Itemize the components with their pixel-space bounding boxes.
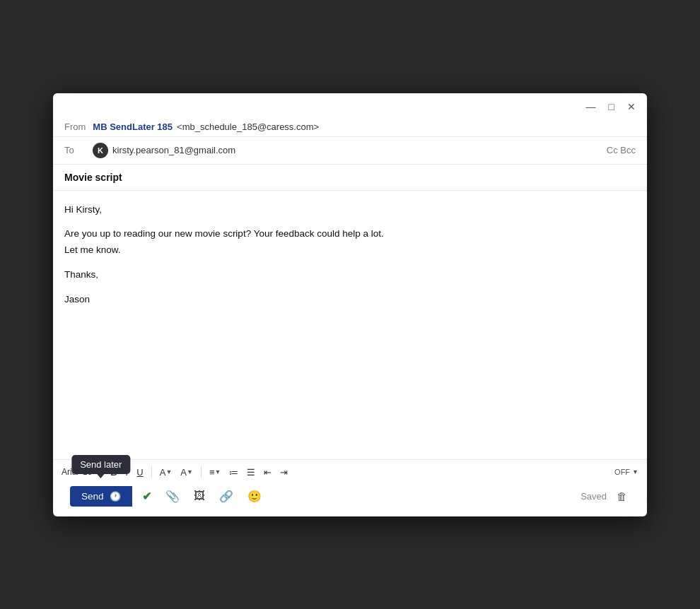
font-size-caret: ▼ bbox=[93, 468, 100, 475]
action-bar: Send 🕐 Send later ✔ 📎 🖼 bbox=[62, 483, 638, 514]
highlight-label: A bbox=[180, 468, 187, 477]
align-button[interactable]: ≡ ▼ bbox=[206, 466, 225, 479]
image-icon: 🖼 bbox=[194, 490, 205, 502]
window-controls: — □ ✕ bbox=[585, 100, 637, 113]
font-color-caret: ▼ bbox=[165, 469, 172, 475]
indent-decrease-button[interactable]: ⇤ bbox=[260, 466, 275, 479]
link-button[interactable]: 🔗 bbox=[215, 487, 238, 506]
highlight-caret: ▼ bbox=[187, 469, 193, 475]
avatar: K bbox=[93, 143, 108, 158]
separator-1 bbox=[151, 466, 152, 478]
font-color-button[interactable]: A ▼ bbox=[156, 466, 176, 479]
indent-decrease-icon: ⇤ bbox=[264, 468, 272, 477]
recipient-chip[interactable]: K kirsty.pearson_81@gmail.com bbox=[93, 143, 235, 158]
compose-window: — □ ✕ From MB SendLater 185 <mb_schedule… bbox=[53, 93, 647, 516]
ordered-list-button[interactable]: ≔ bbox=[226, 466, 242, 479]
ordered-list-icon: ≔ bbox=[229, 468, 238, 477]
attachment-button[interactable]: 📎 bbox=[161, 487, 184, 506]
saved-status: Saved 🗑 bbox=[581, 489, 630, 504]
unordered-list-button[interactable]: ☰ bbox=[243, 466, 259, 479]
send-button[interactable]: Send 🕐 bbox=[70, 486, 132, 507]
recipient-email: kirsty.pearson_81@gmail.com bbox=[112, 145, 235, 155]
highlight-color-button[interactable]: A ▼ bbox=[177, 466, 197, 479]
email-body[interactable]: Hi Kirsty, Are you up to reading our new… bbox=[53, 191, 647, 459]
font-size-select[interactable]: 10 ▼ bbox=[83, 467, 100, 477]
sender-name: MB SendLater 185 bbox=[93, 122, 173, 132]
to-row: To K kirsty.pearson_81@gmail.com Cc Bcc bbox=[53, 137, 647, 165]
body-signature: Jason bbox=[64, 292, 636, 308]
indent-increase-button[interactable]: ⇥ bbox=[276, 466, 291, 479]
italic-button[interactable]: I bbox=[122, 466, 132, 479]
from-row: From MB SendLater 185 <mb_schedule_185@c… bbox=[53, 117, 647, 137]
emoji-icon: 🙂 bbox=[247, 490, 262, 503]
align-icon: ≡ bbox=[209, 468, 215, 477]
from-label: From bbox=[64, 122, 86, 132]
saved-text: Saved bbox=[581, 491, 607, 502]
delete-button[interactable]: 🗑 bbox=[614, 489, 630, 504]
maximize-button[interactable]: □ bbox=[607, 100, 616, 113]
check-button[interactable]: ✔ bbox=[138, 487, 156, 506]
format-toolbar: Arial 10 ▼ B I U A ▼ A ▼ ≡ ▼ bbox=[62, 466, 638, 483]
sender-email: <mb_schedule_185@caress.com> bbox=[177, 122, 319, 132]
off-label: OFF bbox=[614, 468, 630, 476]
image-button[interactable]: 🖼 bbox=[189, 487, 209, 505]
font-color-label: A bbox=[160, 468, 166, 477]
attachment-icon: 📎 bbox=[165, 490, 180, 503]
off-badge[interactable]: OFF ▼ bbox=[614, 468, 638, 476]
close-button[interactable]: ✕ bbox=[626, 100, 637, 113]
emoji-button[interactable]: 🙂 bbox=[243, 487, 266, 506]
indent-increase-icon: ⇥ bbox=[280, 468, 288, 477]
send-label: Send bbox=[81, 491, 104, 502]
send-button-group: Send 🕐 Send later bbox=[70, 486, 132, 507]
underline-button[interactable]: U bbox=[133, 466, 146, 479]
font-name-label: Arial bbox=[62, 467, 78, 477]
minimize-button[interactable]: — bbox=[585, 100, 597, 113]
cc-bcc-button[interactable]: Cc Bcc bbox=[607, 145, 636, 155]
toolbar-area: Arial 10 ▼ B I U A ▼ A ▼ ≡ ▼ bbox=[53, 459, 647, 516]
link-icon: 🔗 bbox=[219, 490, 233, 503]
off-caret: ▼ bbox=[632, 468, 638, 475]
unordered-list-icon: ☰ bbox=[247, 468, 255, 477]
check-icon: ✔ bbox=[142, 490, 151, 503]
trash-icon: 🗑 bbox=[617, 490, 627, 502]
align-caret: ▼ bbox=[214, 469, 221, 475]
subject-row[interactable]: Movie script bbox=[53, 165, 647, 191]
bold-button[interactable]: B bbox=[107, 466, 120, 479]
body-paragraph1: Are you up to reading our new movie scri… bbox=[64, 226, 636, 259]
title-bar: — □ ✕ bbox=[53, 93, 647, 117]
font-size-value: 10 bbox=[83, 467, 92, 477]
body-greeting: Hi Kirsty, bbox=[64, 202, 636, 218]
subject-text: Movie script bbox=[64, 172, 122, 183]
body-closing: Thanks, bbox=[64, 267, 636, 283]
separator-2 bbox=[201, 466, 202, 478]
to-label: To bbox=[64, 145, 86, 155]
clock-icon: 🕐 bbox=[110, 491, 121, 502]
